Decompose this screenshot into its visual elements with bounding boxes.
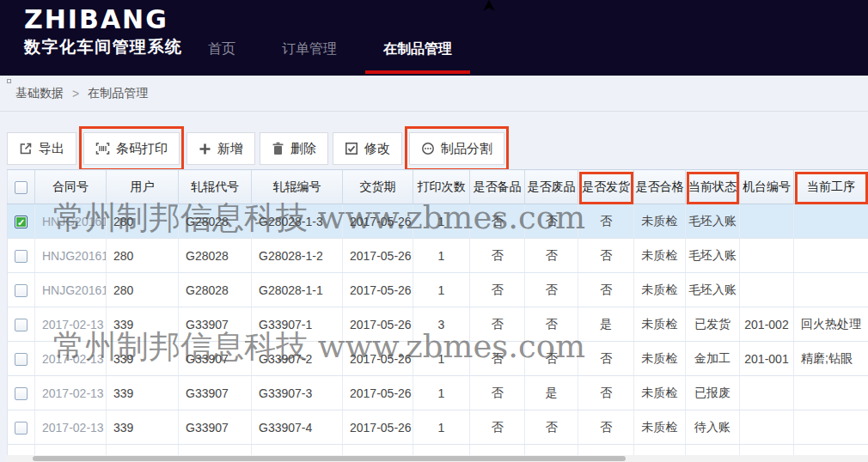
row-checkbox[interactable] bbox=[15, 353, 28, 366]
table-cell: 2017-05-26 bbox=[343, 342, 413, 376]
row-checkbox[interactable] bbox=[15, 250, 28, 263]
product-split-highlight-box: 制品分割 bbox=[405, 126, 509, 171]
table-cell: G33907 bbox=[179, 410, 252, 445]
mouse-cursor-icon bbox=[481, 0, 497, 13]
table-cell: 否 bbox=[470, 342, 525, 376]
table-cell: 1 bbox=[413, 204, 470, 239]
table-cell: 否 bbox=[525, 342, 578, 376]
export-button[interactable]: 导出 bbox=[7, 132, 76, 165]
column-header-5: 交货期 bbox=[343, 170, 413, 204]
table-cell: 1 bbox=[413, 273, 470, 307]
nav-item-orders[interactable]: 订单管理 bbox=[259, 0, 360, 76]
row-checkbox[interactable] bbox=[15, 422, 28, 435]
panel-toggle-icon[interactable] bbox=[7, 79, 11, 83]
barcode-print-button[interactable]: 条码打印 bbox=[83, 132, 180, 165]
row-checkbox[interactable] bbox=[15, 319, 28, 331]
table-row[interactable]: 2017-02-13339G33907G33907-42017-05-261否否… bbox=[8, 410, 868, 445]
barcode-icon bbox=[95, 142, 110, 155]
table-cell: 1 bbox=[413, 342, 470, 376]
column-header-10: 是否合格 bbox=[634, 170, 686, 204]
table-row[interactable]: 2017-02-13339G33907G33907-22017-05-261否否… bbox=[8, 342, 868, 376]
table-row[interactable]: HNJG20161280G28028G28028-1-12017-05-261否… bbox=[8, 273, 868, 307]
select-all-checkbox[interactable] bbox=[15, 181, 28, 194]
row-checkbox[interactable] bbox=[15, 216, 28, 228]
table-cell: 是 bbox=[578, 307, 634, 342]
row-checkbox-cell bbox=[8, 307, 35, 342]
column-header-7: 是否备品 bbox=[470, 170, 525, 204]
delete-button[interactable]: 删除 bbox=[260, 132, 328, 165]
table-cell: 否 bbox=[578, 376, 634, 410]
split-icon bbox=[421, 142, 435, 155]
edit-button[interactable]: 修改 bbox=[333, 132, 402, 165]
table-cell: 3 bbox=[413, 307, 470, 342]
table-cell: 否 bbox=[525, 273, 578, 307]
column-header-12: 机台编号 bbox=[740, 170, 794, 204]
table-cell: 否 bbox=[470, 239, 525, 273]
table-cell: 1 bbox=[413, 376, 470, 410]
table-cell bbox=[794, 273, 868, 307]
table-cell: 未质检 bbox=[634, 410, 686, 445]
table-cell: 2017-05-26 bbox=[343, 239, 413, 273]
column-header-9: 是否发货 bbox=[578, 170, 634, 204]
table-row[interactable]: HNJG20161280G28028G28028-1-22017-05-261否… bbox=[8, 239, 868, 273]
table-cell: 2017-05-26 bbox=[343, 410, 413, 445]
table-cell: G33907-1 bbox=[252, 307, 343, 342]
table-cell: 2017-05-26 bbox=[343, 204, 413, 239]
table-cell: G33907-3 bbox=[252, 376, 343, 410]
table-cell: 金加工 bbox=[686, 342, 740, 376]
product-split-button[interactable]: 制品分割 bbox=[409, 132, 504, 165]
edit-icon bbox=[345, 142, 358, 155]
row-checkbox[interactable] bbox=[15, 284, 28, 297]
table-cell: HNJG20161 bbox=[35, 239, 107, 273]
brand-logo: ZHIBANG bbox=[24, 4, 183, 34]
breadcrumb-item-wip[interactable]: 在制品管理 bbox=[88, 86, 148, 101]
table-cell: G28028 bbox=[179, 239, 252, 273]
table-cell: 否 bbox=[470, 273, 525, 307]
table-cell: G33907-4 bbox=[252, 410, 343, 445]
table-cell bbox=[740, 239, 794, 273]
table-cell: 201-002 bbox=[740, 307, 794, 342]
table-cell: 280 bbox=[107, 239, 179, 273]
table-cell: 已发货 bbox=[686, 307, 740, 342]
column-header-6: 打印次数 bbox=[413, 170, 470, 204]
table-cell: HNJG20161 bbox=[35, 273, 107, 307]
table-cell: 回火热处理 bbox=[794, 307, 868, 342]
barcode-print-highlight-box: 条码打印 bbox=[79, 126, 184, 171]
table-cell: 已报废 bbox=[686, 376, 740, 410]
toolbar: 导出 条码打印 新增 删除 bbox=[0, 112, 868, 167]
table-cell: G28028-1-3 bbox=[252, 204, 343, 239]
table-cell bbox=[740, 376, 794, 410]
row-checkbox[interactable] bbox=[15, 387, 28, 400]
table-cell: 2017-05-26 bbox=[343, 273, 413, 307]
table-cell: 2017-02-13 bbox=[35, 410, 107, 445]
table-row[interactable]: 2017-02-13339G33907G33907-12017-05-263否否… bbox=[8, 307, 868, 342]
row-checkbox-cell bbox=[8, 204, 35, 239]
table-cell: 280 bbox=[107, 204, 179, 239]
add-button[interactable]: 新增 bbox=[186, 132, 255, 165]
table-cell: 否 bbox=[578, 410, 634, 445]
table-row[interactable]: 2017-02-13339G33907G33907-32017-05-261否是… bbox=[8, 376, 868, 410]
breadcrumb-item-basedata[interactable]: 基础数据 bbox=[15, 86, 64, 101]
breadcrumb-separator: > bbox=[72, 87, 79, 100]
column-header-2: 用户 bbox=[107, 170, 179, 204]
table-cell bbox=[794, 410, 868, 445]
table-cell: G28028 bbox=[179, 204, 252, 239]
table-cell: 毛坯入账 bbox=[686, 204, 740, 239]
table-cell: G33907 bbox=[179, 307, 252, 342]
brand-subtitle: 数字化车间管理系统 bbox=[24, 36, 183, 58]
nav-item-home[interactable]: 首页 bbox=[185, 0, 259, 76]
column-header-1: 合同号 bbox=[35, 170, 107, 204]
table-header-row: 合同号用户轧辊代号轧辊编号交货期打印次数是否备品是否废品是否发货是否合格当前状态… bbox=[8, 170, 868, 204]
row-checkbox-cell bbox=[8, 273, 35, 307]
table-cell: 否 bbox=[578, 204, 634, 239]
table-cell: 否 bbox=[470, 204, 525, 239]
table-cell: 否 bbox=[525, 239, 578, 273]
nav-item-wip[interactable]: 在制品管理 bbox=[360, 0, 475, 76]
app-header: ZHIBANG 数字化车间管理系统 首页 订单管理 在制品管理 bbox=[0, 0, 868, 76]
wip-table: 合同号用户轧辊代号轧辊编号交货期打印次数是否备品是否废品是否发货是否合格当前状态… bbox=[7, 169, 868, 462]
table-cell: 毛坯入账 bbox=[686, 273, 740, 307]
horizontal-scrollbar-thumb[interactable] bbox=[33, 456, 626, 461]
table-cell: 2017-02-13 bbox=[35, 307, 107, 342]
table-row[interactable]: HNJG20161280G28028G28028-1-32017-05-261否… bbox=[8, 204, 868, 239]
breadcrumb: 基础数据 > 在制品管理 bbox=[0, 76, 868, 112]
